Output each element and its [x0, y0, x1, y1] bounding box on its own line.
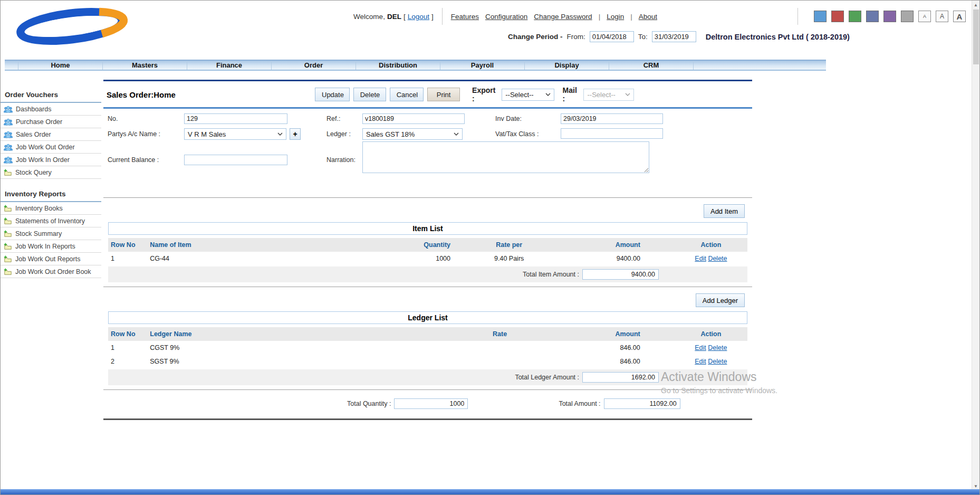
col-rate: Rate: [458, 327, 542, 341]
add-ledger-row: Add Ledger: [103, 287, 752, 311]
ledger-select-value: Sales GST 18%: [366, 130, 415, 138]
theme-color-swatch[interactable]: [866, 11, 879, 22]
font-size-large-button[interactable]: A: [953, 11, 966, 22]
delete-button[interactable]: Delete: [353, 88, 386, 101]
total-ledger-amount-input[interactable]: [582, 372, 659, 383]
item-amount: 9400.00: [552, 252, 675, 265]
total-item-amount-input[interactable]: [582, 269, 659, 280]
vertical-scrollbar[interactable]: ▲ ▼: [972, 1, 979, 490]
features-link[interactable]: Features: [451, 13, 479, 21]
nav-display[interactable]: Display: [525, 61, 609, 70]
scroll-up-icon[interactable]: ▲: [972, 1, 979, 9]
folder-icon: [4, 217, 12, 225]
add-item-button[interactable]: Add Item: [704, 204, 745, 218]
inv-date-input[interactable]: [561, 113, 663, 124]
theme-color-swatch[interactable]: [901, 11, 914, 22]
sidebar-item-stock-summary[interactable]: Stock Summary: [1, 227, 101, 240]
no-label: No.: [108, 115, 118, 122]
ref-label: Ref.:: [326, 115, 340, 122]
nav-finance[interactable]: Finance: [187, 61, 272, 70]
sidebar-item-job-work-in-reports[interactable]: Job Work In Reports: [1, 240, 101, 253]
nav-distribution[interactable]: Distribution: [356, 61, 440, 70]
no-input[interactable]: [184, 113, 287, 124]
ref-input[interactable]: [362, 113, 465, 124]
theme-color-swatch[interactable]: [814, 11, 827, 22]
sidebar-item-job-work-out-order[interactable]: Job Work Out Order: [1, 141, 101, 154]
party-label: Partys A/c Name :: [108, 130, 160, 138]
ledger-row: 2 SGST 9% 846.00 Edit Delete: [108, 355, 747, 368]
company-logo: [10, 5, 132, 48]
configuration-link[interactable]: Configuration: [485, 13, 527, 21]
narration-textarea[interactable]: [362, 141, 649, 173]
sidebar-item-job-work-out-reports[interactable]: Job Work Out Reports: [1, 253, 101, 265]
about-link[interactable]: About: [639, 13, 657, 21]
font-size-medium-button[interactable]: A: [936, 11, 948, 22]
item-edit-link[interactable]: Edit: [695, 255, 706, 262]
export-select[interactable]: --Select--: [502, 89, 554, 101]
sidebar-item-dashboards[interactable]: Dashboards: [1, 103, 101, 116]
export-label: Export :: [472, 86, 498, 103]
change-password-link[interactable]: Change Password: [534, 13, 592, 21]
sidebar-item-job-work-out-order-book[interactable]: Job Work Out Order Book: [1, 265, 101, 278]
ledger-name: SGST 9%: [147, 355, 458, 368]
vat-class-input[interactable]: [561, 128, 663, 139]
chevron-down-icon: [454, 132, 459, 136]
add-ledger-button[interactable]: Add Ledger: [696, 293, 745, 307]
sidebar-item-statements-of-inventory[interactable]: Statements of Inventory: [1, 215, 101, 227]
item-row: 1 CG-44 1000 9.40 Pairs 9400.00 Edit Del…: [108, 252, 747, 265]
sidebar-section-inventory-reports: Inventory Reports: [1, 187, 101, 202]
folder-icon: [4, 243, 12, 250]
sidebar-item-label: Job Work In Order: [16, 156, 70, 164]
top-links: Features Configuration Change Password |…: [451, 13, 657, 21]
scrollbar-thumb[interactable]: [973, 9, 979, 64]
cancel-button[interactable]: Cancel: [390, 88, 424, 101]
col-name-of-item: Name of Item: [147, 238, 398, 252]
from-label: From:: [567, 33, 585, 41]
ledger-delete-link[interactable]: Delete: [708, 344, 727, 351]
panel-header: Sales Order:Home Update Delete Cancel Pr…: [103, 81, 752, 109]
logout-link[interactable]: Logout: [408, 13, 429, 21]
sidebar-item-stock-query[interactable]: Stock Query: [1, 166, 101, 179]
add-party-button[interactable]: +: [290, 128, 301, 140]
sidebar-item-job-work-in-order[interactable]: Job Work In Order: [1, 154, 101, 166]
login-link[interactable]: Login: [607, 13, 624, 21]
sidebar-item-purchase-order[interactable]: Purchase Order: [1, 116, 101, 128]
nav-spacer: [5, 61, 18, 70]
mail-select[interactable]: --Select--: [583, 89, 634, 101]
ledger-delete-link[interactable]: Delete: [708, 358, 727, 365]
nav-order[interactable]: Order: [272, 61, 356, 70]
current-balance-input[interactable]: [184, 155, 287, 165]
ledger-list-title: Ledger List: [108, 311, 747, 324]
mail-select-value: --Select--: [587, 91, 615, 99]
divider: [442, 8, 443, 25]
nav-masters[interactable]: Masters: [103, 61, 187, 70]
ledger-amount: 846.00: [541, 355, 674, 368]
col-quantity: Quantity: [398, 238, 466, 252]
total-amount-input[interactable]: [604, 398, 680, 409]
party-select[interactable]: V R M Sales: [184, 128, 286, 140]
sidebar-item-inventory-books[interactable]: Inventory Books: [1, 202, 101, 215]
update-button[interactable]: Update: [315, 88, 350, 101]
item-delete-link[interactable]: Delete: [708, 255, 727, 262]
change-period-label: Change Period -: [508, 33, 563, 41]
ledger-edit-link[interactable]: Edit: [695, 344, 706, 351]
sidebar-item-sales-order[interactable]: Sales Order: [1, 128, 101, 141]
nav-payroll[interactable]: Payroll: [440, 61, 525, 70]
chevron-down-icon: [625, 93, 630, 96]
theme-color-swatch[interactable]: [883, 11, 896, 22]
bracket-close: ]: [431, 13, 434, 21]
period-to-input[interactable]: [652, 31, 696, 42]
nav-home[interactable]: Home: [18, 61, 103, 70]
theme-color-swatch[interactable]: [831, 11, 844, 22]
nav-crm[interactable]: CRM: [609, 61, 694, 70]
total-quantity-input[interactable]: [394, 398, 468, 409]
font-size-small-button[interactable]: A: [918, 11, 931, 22]
ledger-edit-link[interactable]: Edit: [695, 358, 706, 365]
period-from-input[interactable]: [590, 31, 634, 42]
print-button[interactable]: Print: [427, 88, 460, 101]
ledger-select[interactable]: Sales GST 18%: [362, 128, 463, 140]
theme-color-swatch[interactable]: [849, 11, 861, 22]
ledger-label: Ledger :: [326, 130, 351, 138]
ledger-table-header: Row No Ledger Name Rate Amount Action: [108, 327, 747, 341]
sidebar: Order Vouchers Dashboards Purchase Order…: [1, 88, 101, 278]
